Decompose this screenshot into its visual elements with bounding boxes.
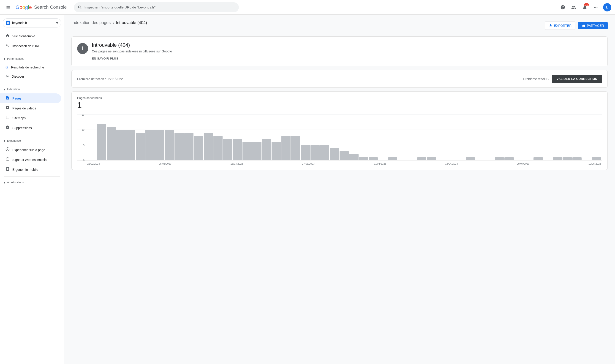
sitemaps-icon <box>5 115 10 121</box>
bar-29 <box>369 157 378 160</box>
users-icon[interactable] <box>569 3 578 12</box>
bar-42 <box>495 157 504 160</box>
bar-28 <box>359 157 368 160</box>
y-label-0: 0 <box>83 159 84 162</box>
sidebar-item-ergonomie[interactable]: Ergonomie mobile <box>0 165 61 174</box>
learn-more-link[interactable]: EN SAVOIR PLUS <box>92 57 118 61</box>
section-label: Améliorations <box>7 181 24 184</box>
bar-44 <box>514 160 523 160</box>
share-button[interactable]: PARTAGER <box>578 22 608 29</box>
sidebar-item-pages-videos[interactable]: Pages de vidéos <box>0 103 61 113</box>
x-label-1: 05/03/2023 <box>159 162 171 165</box>
search-bar[interactable] <box>74 2 239 12</box>
topbar: Google Search Console 21 <box>0 0 615 15</box>
sidebar-item-inspection-url[interactable]: Inspection de l'URL <box>0 41 61 51</box>
chart-card: Pages concernées 1 15 10 5 0 <box>71 91 608 170</box>
bar-25 <box>330 148 339 160</box>
page-header: Indexation des pages › Introuvable (404)… <box>71 20 608 31</box>
x-label-2: 16/03/2023 <box>230 162 243 165</box>
sidebar-item-discover[interactable]: ✳ Discover <box>0 72 61 81</box>
bars-area <box>86 115 602 160</box>
breadcrumb-parent[interactable]: Indexation des pages <box>71 20 111 25</box>
bar-37 <box>446 160 455 160</box>
x-label-7: 10/05/2023 <box>589 162 601 165</box>
google-icon: G <box>5 65 8 69</box>
bar-23 <box>311 145 320 160</box>
apps-icon[interactable] <box>591 3 600 12</box>
page-actions: EXPORTER PARTAGER <box>545 22 608 30</box>
bar-24 <box>320 145 329 160</box>
search-input[interactable] <box>84 5 235 9</box>
notifications-icon[interactable]: 21 <box>580 3 589 12</box>
avatar[interactable]: B <box>603 3 611 12</box>
menu-icon[interactable] <box>4 3 13 12</box>
x-label-3: 27/03/2023 <box>302 162 314 165</box>
y-axis: 15 10 5 0 <box>77 115 86 160</box>
section-performances[interactable]: ▾ Performances <box>0 55 64 63</box>
section-indexation[interactable]: ▾ Indexation <box>0 85 64 93</box>
sidebar-label: Ergonomie mobile <box>12 168 38 171</box>
bar-2 <box>107 127 116 160</box>
bar-49 <box>563 157 572 160</box>
download-icon <box>549 24 553 28</box>
bar-13 <box>213 136 222 160</box>
error-header: i Introuvable (404) Ces pages ne sont pa… <box>77 42 602 61</box>
bar-26 <box>340 151 349 160</box>
section-ameliorations[interactable]: ▾ Améliorations <box>0 178 64 187</box>
section-experience[interactable]: ▾ Expérience <box>0 137 64 145</box>
problem-section: Problème résolu ? VALIDER LA CORRECTION <box>523 75 602 83</box>
breadcrumb-separator: › <box>112 20 114 26</box>
bar-14 <box>223 139 232 160</box>
error-info-card: i Introuvable (404) Ces pages ne sont pa… <box>71 36 608 66</box>
bar-31 <box>388 157 397 160</box>
bar-5 <box>136 133 145 160</box>
sidebar-item-resultats-recherche[interactable]: G Résultats de recherche <box>0 63 61 72</box>
chart-area: 15 10 5 0 <box>77 115 602 160</box>
sidebar-label: Expérience sur la page <box>12 148 45 152</box>
search-icon <box>78 5 82 10</box>
bar-45 <box>524 160 533 160</box>
bar-33 <box>407 160 417 160</box>
y-label-5: 5 <box>83 144 84 146</box>
y-label-10: 10 <box>82 129 84 131</box>
lock-icon <box>582 24 586 27</box>
x-label-4: 07/04/2023 <box>374 162 386 165</box>
app-logo: Google Search Console <box>15 4 67 10</box>
svg-text:⊕: ⊕ <box>7 148 9 150</box>
sidebar-item-suppressions[interactable]: Suppressions <box>0 123 61 133</box>
mobile-icon <box>5 167 10 172</box>
bar-21 <box>291 136 300 160</box>
detection-text: Première détection : 05/11/2022 <box>77 77 123 81</box>
help-icon[interactable] <box>558 3 567 12</box>
sidebar-item-signaux-web[interactable]: Signaux Web essentiels <box>0 155 61 165</box>
bar-30 <box>378 160 387 160</box>
export-button[interactable]: EXPORTER <box>545 22 576 30</box>
sidebar-item-vue-ensemble[interactable]: Vue d'ensemble <box>0 31 61 41</box>
divider <box>4 83 60 83</box>
bar-8 <box>165 130 174 160</box>
bar-7 <box>155 130 164 160</box>
sidebar-label: Sitemaps <box>12 116 26 120</box>
layout: B beyonds.fr ▾ Vue d'ensemble Inspection… <box>0 15 615 364</box>
sidebar-item-sitemaps[interactable]: Sitemaps <box>0 113 61 123</box>
detection-row: Première détection : 05/11/2022 Problème… <box>72 70 607 88</box>
sidebar-label: Pages de vidéos <box>12 106 36 110</box>
bar-6 <box>145 130 155 160</box>
sidebar-item-experience-page[interactable]: ⊕ Expérience sur la page <box>0 145 61 155</box>
bar-20 <box>281 136 290 160</box>
discover-icon: ✳ <box>5 74 9 79</box>
chevron-down-icon: ▾ <box>4 57 5 61</box>
video-pages-icon <box>5 105 10 111</box>
info-icon: i <box>77 43 88 54</box>
bar-9 <box>174 133 184 160</box>
sidebar: B beyonds.fr ▾ Vue d'ensemble Inspection… <box>0 15 64 364</box>
chart-container: 15 10 5 0 22/ <box>77 115 602 165</box>
sidebar-label: Discover <box>12 75 24 78</box>
sidebar-item-pages[interactable]: Pages <box>0 93 61 103</box>
bar-3 <box>116 130 125 160</box>
error-details: Introuvable (404) Ces pages ne sont pas … <box>92 42 172 61</box>
section-label: Expérience <box>7 139 21 143</box>
validate-button[interactable]: VALIDER LA CORRECTION <box>552 75 602 83</box>
site-selector[interactable]: B beyonds.fr ▾ <box>3 18 61 27</box>
bar-15 <box>233 139 242 160</box>
